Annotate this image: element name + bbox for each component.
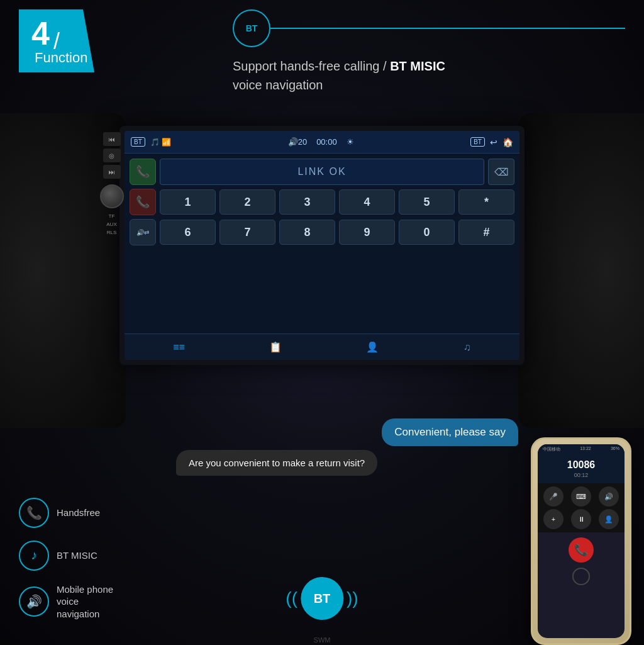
nav-call-log[interactable]: 📋 xyxy=(269,341,282,353)
navigation-label: Mobile phone voicenavigation xyxy=(57,583,132,620)
screen-nav-bar: ≡≡ 📋 👤 ♫ xyxy=(125,334,519,360)
description-area: Support hands-free calling / BT MISIC vo… xyxy=(233,57,625,94)
back-icon[interactable]: ↩ xyxy=(490,137,497,147)
key-0[interactable]: 0 xyxy=(399,220,455,245)
key-6[interactable]: 6 xyxy=(160,220,216,245)
backspace-button[interactable]: ⌫ xyxy=(488,159,514,185)
call-row: 📞 LINK OK ⌫ xyxy=(130,159,514,185)
phone-key-speaker[interactable]: 🔊 xyxy=(599,486,619,507)
feature-list: 📞 Handsfree ♪ BT MISIC 🔊 Mobile phone vo… xyxy=(19,498,132,633)
bt-circle-large: BT xyxy=(301,577,343,620)
screen-header-center: 🔊20 00:00 ☀ xyxy=(288,137,354,147)
key-9[interactable]: 9 xyxy=(339,220,395,245)
rls-label: RLS xyxy=(107,230,117,235)
function-number: 4 xyxy=(31,14,50,52)
prev-button[interactable]: ⏮ xyxy=(103,132,121,146)
car-interior-right xyxy=(518,113,644,428)
phone-key-hold[interactable]: ⏸ xyxy=(571,509,591,529)
red-call-button[interactable]: 📞 xyxy=(130,189,156,215)
function-badge: 4 / Function xyxy=(19,9,94,72)
phone-duration: 00:12 xyxy=(543,472,619,478)
phone-screen-content: 📞 LINK OK ⌫ 📞 1 2 3 4 5 * xyxy=(125,154,519,250)
home-icon[interactable]: 🏠 xyxy=(502,137,513,147)
left-controls: ⏮ ◎ ⏭ TF AUX RLS xyxy=(101,132,123,359)
key-hash[interactable]: # xyxy=(458,220,514,245)
speech-bubble-right: Convenient, please say xyxy=(382,418,518,446)
screen: BT 🎵 📶 🔊20 00:00 ☀ BT ↩ 🏠 📞 LINK OK xyxy=(125,131,519,360)
link-ok-display: LINK OK xyxy=(160,159,484,185)
handsfree-label: Handsfree xyxy=(57,507,100,518)
screen-header-left: BT 🎵 📶 xyxy=(131,137,171,147)
phone-keypad: 🎤 ⌨ 🔊 + ⏸ 👤 xyxy=(538,483,625,532)
phone-key-contacts[interactable]: 👤 xyxy=(599,509,619,529)
key-1[interactable]: 1 xyxy=(160,189,216,215)
header-icons: 🎵 📶 xyxy=(150,138,171,147)
bt-badge: BT xyxy=(131,137,145,147)
car-unit-area: BT 🎵 📶 🔊20 00:00 ☀ BT ↩ 🏠 📞 LINK OK xyxy=(119,126,525,365)
red-row: 📞 1 2 3 4 5 * xyxy=(130,189,514,215)
green-call-button[interactable]: 📞 xyxy=(130,159,156,185)
volume-button[interactable]: 🔊⇄ xyxy=(130,219,156,245)
phone-screen-inner: 中国移动 13:22 36% 10086 00:12 🎤 ⌨ 🔊 + ⏸ 👤 📞 xyxy=(538,444,625,638)
nav-equalizer[interactable]: ≡≡ xyxy=(173,342,185,353)
bt-line xyxy=(270,28,625,29)
bottom-section: Convenient, please say Are you convenien… xyxy=(0,412,644,645)
handsfree-icon: 📞 xyxy=(19,498,49,528)
time-display: 00:00 xyxy=(316,137,337,147)
nav-contacts[interactable]: 👤 xyxy=(366,341,379,353)
phone-end-button[interactable]: 📞 xyxy=(569,537,594,563)
volume-knob[interactable] xyxy=(100,184,124,208)
btmusic-icon: ♪ xyxy=(19,541,49,571)
phone-home-button[interactable] xyxy=(572,568,590,585)
top-section: 4 / Function BT Support hands-free calli… xyxy=(0,0,644,126)
key-4[interactable]: 4 xyxy=(339,189,395,215)
bt-wave-right-icon: )) xyxy=(347,588,358,609)
bt-center-icon: (( BT )) xyxy=(286,577,358,620)
phone-number: 10086 xyxy=(543,459,619,471)
tf-label: TF xyxy=(109,213,115,219)
numpad-row-1: 1 2 3 4 5 * xyxy=(160,189,514,215)
function-number-box: 4 / Function xyxy=(19,9,94,72)
aux-label: AUX xyxy=(106,222,116,227)
volume-row: 🔊⇄ 6 7 8 9 0 # xyxy=(130,219,514,245)
bt-circle-top: BT xyxy=(233,9,270,47)
function-text: Function xyxy=(35,50,87,66)
screen-header-right: BT ↩ 🏠 xyxy=(470,137,513,147)
feature-navigation: 🔊 Mobile phone voicenavigation xyxy=(19,583,132,620)
key-star[interactable]: * xyxy=(458,189,514,215)
feature-handsfree: 📞 Handsfree xyxy=(19,498,132,528)
description-text: Support hands-free calling / BT MISIC vo… xyxy=(233,57,625,94)
phone-key-mute[interactable]: 🎤 xyxy=(543,486,564,507)
phone-key-add[interactable]: + xyxy=(543,509,564,529)
bt-badge-2: BT xyxy=(470,137,485,147)
speech-bubble-left: Are you convenient to make a return visi… xyxy=(176,450,377,476)
bt-wave-left-icon: (( xyxy=(286,588,297,609)
navigation-icon: 🔊 xyxy=(19,586,49,617)
key-7[interactable]: 7 xyxy=(219,220,275,245)
phone-status-bar: 中国移动 13:22 36% xyxy=(538,444,625,454)
phone-call-display: 10086 00:12 xyxy=(538,454,625,483)
mode-button[interactable]: ◎ xyxy=(103,149,121,162)
phone-mockup: 中国移动 13:22 36% 10086 00:12 🎤 ⌨ 🔊 + ⏸ 👤 📞 xyxy=(531,437,631,645)
brightness-icon: ☀ xyxy=(347,137,354,147)
nav-music[interactable]: ♫ xyxy=(464,342,471,353)
key-5[interactable]: 5 xyxy=(399,189,455,215)
key-8[interactable]: 8 xyxy=(279,220,335,245)
next-button[interactable]: ⏭ xyxy=(103,165,121,179)
key-2[interactable]: 2 xyxy=(219,189,275,215)
key-3[interactable]: 3 xyxy=(279,189,335,215)
screen-header: BT 🎵 📶 🔊20 00:00 ☀ BT ↩ 🏠 xyxy=(125,131,519,154)
numpad-row-2: 6 7 8 9 0 # xyxy=(160,220,514,245)
volume-display: 🔊20 xyxy=(288,137,307,147)
feature-btmusic: ♪ BT MISIC xyxy=(19,541,132,571)
phone-key-pad[interactable]: ⌨ xyxy=(571,486,591,507)
btmusic-label: BT MISIC xyxy=(57,550,97,561)
